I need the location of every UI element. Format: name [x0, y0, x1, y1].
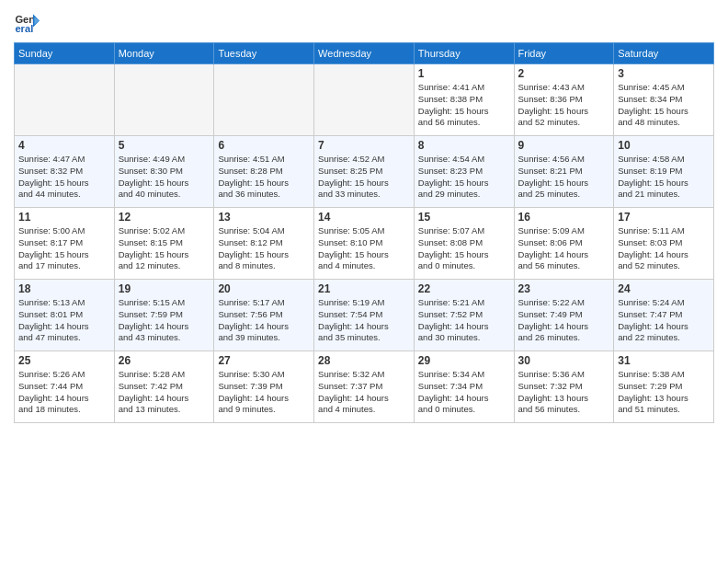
- day-info: Sunrise: 5:19 AMSunset: 7:54 PMDaylight:…: [318, 297, 410, 344]
- calendar-cell: 8Sunrise: 4:54 AMSunset: 8:23 PMDaylight…: [414, 136, 514, 208]
- day-info: Sunrise: 4:58 AMSunset: 8:19 PMDaylight:…: [618, 154, 710, 201]
- day-info: Sunrise: 4:49 AMSunset: 8:30 PMDaylight:…: [119, 154, 210, 201]
- day-number: 17: [618, 211, 710, 224]
- day-info: Sunrise: 5:22 AMSunset: 7:49 PMDaylight:…: [518, 297, 610, 344]
- calendar-cell: 23Sunrise: 5:22 AMSunset: 7:49 PMDayligh…: [514, 280, 614, 351]
- calendar-cell: 12Sunrise: 5:02 AMSunset: 8:15 PMDayligh…: [114, 208, 214, 280]
- day-number: 18: [18, 282, 110, 295]
- calendar-cell: 26Sunrise: 5:28 AMSunset: 7:42 PMDayligh…: [114, 351, 214, 423]
- day-number: 11: [18, 211, 110, 224]
- day-number: 16: [518, 211, 610, 224]
- svg-marker-3: [34, 17, 40, 24]
- calendar-cell: 21Sunrise: 5:19 AMSunset: 7:54 PMDayligh…: [314, 280, 415, 351]
- calendar-cell: [114, 64, 214, 136]
- logo: Gen eral: [14, 9, 43, 35]
- calendar-cell: 28Sunrise: 5:32 AMSunset: 7:37 PMDayligh…: [314, 351, 415, 423]
- day-info: Sunrise: 5:32 AMSunset: 7:37 PMDaylight:…: [318, 369, 410, 416]
- day-info: Sunrise: 5:28 AMSunset: 7:42 PMDaylight:…: [119, 369, 210, 416]
- calendar-cell: 9Sunrise: 4:56 AMSunset: 8:21 PMDaylight…: [514, 136, 614, 208]
- day-number: 10: [618, 139, 710, 152]
- day-number: 7: [318, 139, 410, 152]
- calendar-cell: 5Sunrise: 4:49 AMSunset: 8:30 PMDaylight…: [114, 136, 214, 208]
- day-number: 29: [418, 354, 510, 367]
- day-number: 6: [218, 139, 310, 152]
- calendar-header-friday: Friday: [514, 43, 614, 64]
- day-number: 5: [119, 139, 210, 152]
- day-number: 13: [218, 211, 310, 224]
- day-info: Sunrise: 5:36 AMSunset: 7:32 PMDaylight:…: [518, 369, 610, 416]
- day-number: 21: [318, 282, 410, 295]
- day-number: 12: [119, 211, 210, 224]
- day-info: Sunrise: 5:07 AMSunset: 8:08 PMDaylight:…: [418, 225, 510, 272]
- day-number: 2: [518, 67, 610, 80]
- calendar-cell: 13Sunrise: 5:04 AMSunset: 8:12 PMDayligh…: [214, 208, 314, 280]
- calendar-cell: 27Sunrise: 5:30 AMSunset: 7:39 PMDayligh…: [214, 351, 314, 423]
- day-info: Sunrise: 4:56 AMSunset: 8:21 PMDaylight:…: [518, 154, 610, 201]
- calendar-cell: 20Sunrise: 5:17 AMSunset: 7:56 PMDayligh…: [214, 280, 314, 351]
- calendar-cell: 19Sunrise: 5:15 AMSunset: 7:59 PMDayligh…: [114, 280, 214, 351]
- svg-text:eral: eral: [15, 23, 33, 34]
- calendar-cell: 18Sunrise: 5:13 AMSunset: 8:01 PMDayligh…: [15, 280, 115, 351]
- day-number: 9: [518, 139, 610, 152]
- day-number: 8: [418, 139, 510, 152]
- day-number: 19: [119, 282, 210, 295]
- calendar-cell: 11Sunrise: 5:00 AMSunset: 8:17 PMDayligh…: [15, 208, 115, 280]
- day-info: Sunrise: 4:43 AMSunset: 8:36 PMDaylight:…: [518, 82, 610, 129]
- day-number: 30: [518, 354, 610, 367]
- calendar-header-sunday: Sunday: [15, 43, 115, 64]
- day-info: Sunrise: 4:52 AMSunset: 8:25 PMDaylight:…: [318, 154, 410, 201]
- calendar-week-row: 18Sunrise: 5:13 AMSunset: 8:01 PMDayligh…: [15, 280, 714, 351]
- calendar-cell: 7Sunrise: 4:52 AMSunset: 8:25 PMDaylight…: [314, 136, 415, 208]
- calendar-cell: 24Sunrise: 5:24 AMSunset: 7:47 PMDayligh…: [614, 280, 714, 351]
- calendar-header-saturday: Saturday: [614, 43, 714, 64]
- calendar-header-monday: Monday: [114, 43, 214, 64]
- calendar-cell: 1Sunrise: 4:41 AMSunset: 8:38 PMDaylight…: [414, 64, 514, 136]
- day-info: Sunrise: 4:54 AMSunset: 8:23 PMDaylight:…: [418, 154, 510, 201]
- day-number: 28: [318, 354, 410, 367]
- calendar-header-row: SundayMondayTuesdayWednesdayThursdayFrid…: [15, 43, 714, 64]
- day-info: Sunrise: 5:15 AMSunset: 7:59 PMDaylight:…: [119, 297, 210, 344]
- calendar-week-row: 25Sunrise: 5:26 AMSunset: 7:44 PMDayligh…: [15, 351, 714, 423]
- calendar-cell: 22Sunrise: 5:21 AMSunset: 7:52 PMDayligh…: [414, 280, 514, 351]
- page: Gen eral SundayMondayTuesdayWednesdayThu…: [0, 0, 728, 563]
- calendar-cell: 31Sunrise: 5:38 AMSunset: 7:29 PMDayligh…: [614, 351, 714, 423]
- calendar-cell: 17Sunrise: 5:11 AMSunset: 8:03 PMDayligh…: [614, 208, 714, 280]
- calendar-cell: 25Sunrise: 5:26 AMSunset: 7:44 PMDayligh…: [15, 351, 115, 423]
- day-info: Sunrise: 4:45 AMSunset: 8:34 PMDaylight:…: [618, 82, 710, 129]
- day-info: Sunrise: 5:05 AMSunset: 8:10 PMDaylight:…: [318, 225, 410, 272]
- day-info: Sunrise: 5:09 AMSunset: 8:06 PMDaylight:…: [518, 225, 610, 272]
- calendar-cell: 6Sunrise: 4:51 AMSunset: 8:28 PMDaylight…: [214, 136, 314, 208]
- day-number: 3: [618, 67, 710, 80]
- calendar-header-wednesday: Wednesday: [314, 43, 415, 64]
- day-number: 15: [418, 211, 510, 224]
- calendar-week-row: 1Sunrise: 4:41 AMSunset: 8:38 PMDaylight…: [15, 64, 714, 136]
- day-info: Sunrise: 5:24 AMSunset: 7:47 PMDaylight:…: [618, 297, 710, 344]
- calendar-cell: 29Sunrise: 5:34 AMSunset: 7:34 PMDayligh…: [414, 351, 514, 423]
- day-number: 24: [618, 282, 710, 295]
- calendar-cell: [214, 64, 314, 136]
- day-info: Sunrise: 5:38 AMSunset: 7:29 PMDaylight:…: [618, 369, 710, 416]
- day-info: Sunrise: 5:34 AMSunset: 7:34 PMDaylight:…: [418, 369, 510, 416]
- day-info: Sunrise: 5:21 AMSunset: 7:52 PMDaylight:…: [418, 297, 510, 344]
- logo-icon: Gen eral: [14, 9, 40, 35]
- calendar-cell: 3Sunrise: 4:45 AMSunset: 8:34 PMDaylight…: [614, 64, 714, 136]
- day-number: 14: [318, 211, 410, 224]
- day-number: 27: [218, 354, 310, 367]
- day-number: 4: [18, 139, 110, 152]
- calendar-cell: [314, 64, 415, 136]
- day-number: 20: [218, 282, 310, 295]
- calendar-header-tuesday: Tuesday: [214, 43, 314, 64]
- day-info: Sunrise: 5:13 AMSunset: 8:01 PMDaylight:…: [18, 297, 110, 344]
- day-number: 31: [618, 354, 710, 367]
- day-number: 25: [18, 354, 110, 367]
- calendar-cell: 2Sunrise: 4:43 AMSunset: 8:36 PMDaylight…: [514, 64, 614, 136]
- day-info: Sunrise: 5:02 AMSunset: 8:15 PMDaylight:…: [119, 225, 210, 272]
- calendar-cell: 30Sunrise: 5:36 AMSunset: 7:32 PMDayligh…: [514, 351, 614, 423]
- day-info: Sunrise: 5:26 AMSunset: 7:44 PMDaylight:…: [18, 369, 110, 416]
- calendar-cell: 10Sunrise: 4:58 AMSunset: 8:19 PMDayligh…: [614, 136, 714, 208]
- day-info: Sunrise: 5:11 AMSunset: 8:03 PMDaylight:…: [618, 225, 710, 272]
- calendar-table: SundayMondayTuesdayWednesdayThursdayFrid…: [14, 42, 714, 423]
- calendar-cell: 16Sunrise: 5:09 AMSunset: 8:06 PMDayligh…: [514, 208, 614, 280]
- day-info: Sunrise: 4:41 AMSunset: 8:38 PMDaylight:…: [418, 82, 510, 129]
- day-number: 1: [418, 67, 510, 80]
